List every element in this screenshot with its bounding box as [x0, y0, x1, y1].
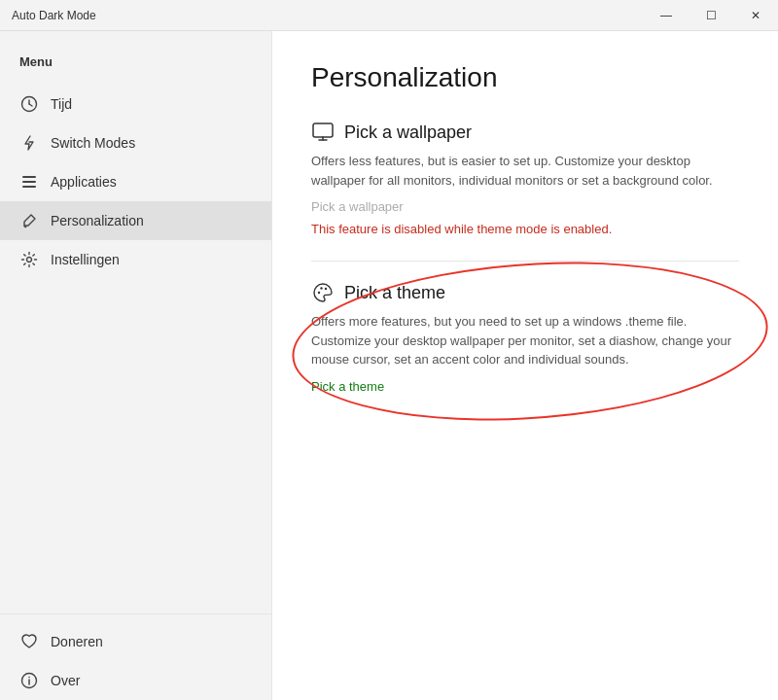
wallpaper-warning: This feature is disabled while theme mod… [311, 222, 612, 236]
close-button[interactable]: ✕ [733, 0, 778, 31]
app-title: Auto Dark Mode [12, 9, 96, 22]
sidebar-item-doneren[interactable]: Doneren [0, 622, 271, 661]
svg-line-2 [29, 104, 32, 106]
sidebar-item-tijd[interactable]: Tijd [0, 85, 271, 123]
sidebar-item-label-tijd: Tijd [51, 96, 72, 112]
window-controls: — ☐ ✕ [644, 0, 778, 30]
wallpaper-section-desc: Offers less features, but is easier to s… [311, 152, 739, 190]
wallpaper-section-title: Pick a wallpaper [344, 122, 472, 143]
theme-section-desc: Offers more features, but you need to se… [311, 312, 739, 369]
sidebar-item-label-doneren: Doneren [51, 634, 103, 649]
sidebar-item-label-instellingen: Instellingen [51, 252, 120, 267]
maximize-button[interactable]: ☐ [689, 0, 733, 31]
heart-icon [19, 632, 39, 651]
pick-wallpaper-link[interactable]: Pick a wallpaper [311, 199, 404, 214]
wallpaper-section: Pick a wallpaper Offers less features, b… [311, 121, 739, 237]
monitor-icon [311, 121, 335, 144]
sidebar-item-personalization[interactable]: Personalization [0, 201, 271, 240]
svg-point-9 [28, 677, 30, 679]
svg-rect-5 [22, 186, 36, 188]
sidebar-item-applicaties[interactable]: Applicaties [0, 162, 271, 201]
palette-icon [311, 281, 335, 304]
sidebar-item-switch-modes[interactable]: Switch Modes [0, 123, 271, 162]
clock-icon [19, 94, 39, 114]
main-content: Personalization Pick a wallpaper Offers … [272, 31, 778, 700]
info-icon [19, 671, 39, 690]
page-title: Personalization [311, 62, 739, 93]
brush-icon [19, 211, 39, 230]
gear-icon [19, 250, 39, 269]
svg-point-15 [325, 288, 327, 290]
theme-section-header: Pick a theme [311, 281, 739, 304]
sidebar-item-label-over: Over [51, 673, 80, 688]
sidebar-bottom: Doneren Over [0, 613, 271, 700]
svg-point-13 [318, 292, 320, 294]
svg-point-14 [320, 287, 322, 289]
section-divider [311, 261, 739, 262]
minimize-button[interactable]: — [644, 0, 689, 31]
svg-point-6 [27, 258, 32, 262]
svg-rect-10 [313, 123, 333, 137]
wallpaper-section-header: Pick a wallpaper [311, 121, 739, 144]
sidebar-item-label-applicaties: Applicaties [51, 174, 117, 190]
sidebar-item-over[interactable]: Over [0, 661, 271, 700]
sidebar-item-label-switch-modes: Switch Modes [51, 135, 135, 151]
sidebar-item-instellingen[interactable]: Instellingen [0, 240, 271, 279]
sidebar-item-label-personalization: Personalization [51, 213, 144, 228]
svg-rect-3 [22, 176, 36, 178]
svg-rect-4 [22, 181, 36, 183]
pick-theme-link[interactable]: Pick a theme [311, 379, 384, 394]
bolt-icon [19, 133, 39, 153]
theme-section-title: Pick a theme [344, 283, 445, 303]
sidebar: Menu Tijd Switch Modes [0, 31, 272, 700]
theme-section: Pick a theme Offers more features, but y… [311, 281, 739, 400]
menu-label: Menu [0, 31, 271, 85]
titlebar: Auto Dark Mode — ☐ ✕ [0, 0, 778, 31]
list-icon [19, 172, 39, 192]
app-body: Menu Tijd Switch Modes [0, 31, 778, 700]
